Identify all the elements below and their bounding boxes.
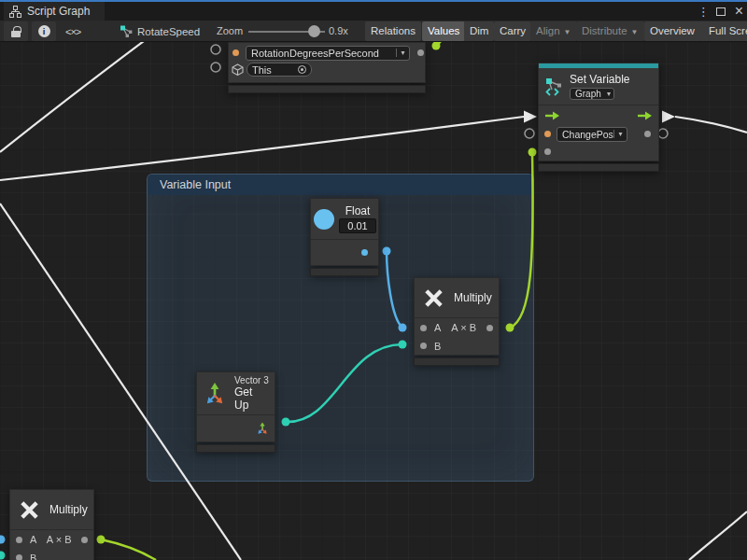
value-wire-green-bottom xyxy=(101,539,156,560)
result-label: A × B xyxy=(451,322,476,333)
variable-name-value: RotationDegreesPerSecond xyxy=(247,48,396,59)
port-ring[interactable] xyxy=(211,45,220,54)
node-footer xyxy=(310,268,379,276)
node-float-literal[interactable]: Float 0.01 xyxy=(310,198,379,276)
node-title: Set Variable xyxy=(570,73,629,86)
values-button[interactable]: Values xyxy=(422,21,465,41)
graph-canvas[interactable]: Variable Input xyxy=(0,42,747,560)
node-footer xyxy=(538,163,659,172)
multiply-icon xyxy=(18,498,41,522)
flow-in-port[interactable] xyxy=(544,111,560,120)
flow-out-port[interactable] xyxy=(637,111,653,120)
node-title: Multiply xyxy=(454,291,492,304)
node-get-up[interactable]: Vector 3 Get Up xyxy=(196,371,275,453)
dropdown-arrow-icon: ▼ xyxy=(564,28,571,36)
flow-arrowhead xyxy=(662,111,675,123)
variable-name-value: ChangePos xyxy=(557,129,613,140)
node-footer xyxy=(196,444,275,453)
distribute-button[interactable]: Distribute▼ xyxy=(576,21,644,41)
close-icon[interactable]: × xyxy=(735,7,743,16)
lock-button[interactable] xyxy=(4,21,28,41)
lock-icon xyxy=(11,31,21,37)
graph-name: RotateSpeed xyxy=(137,26,200,37)
flow-arrowhead xyxy=(524,111,537,123)
tab-script-graph[interactable]: Script Graph xyxy=(4,2,105,21)
node-footer xyxy=(228,85,426,93)
overview-button[interactable]: Overview xyxy=(644,21,700,41)
node-footer xyxy=(414,357,500,366)
scope-select[interactable]: Graph ▾ xyxy=(570,88,614,100)
variable-name-select[interactable]: ChangePos ▾ xyxy=(557,127,627,142)
value-output-port[interactable] xyxy=(361,249,368,256)
value-wire-green-stub xyxy=(436,42,446,46)
dropdown-arrow-icon: ▼ xyxy=(631,28,639,36)
relations-button[interactable]: Relations xyxy=(365,21,421,41)
node-multiply-bottom[interactable]: Multiply A A × B B xyxy=(9,489,94,560)
node-get-variable[interactable]: RotationDegreesPerSecond ▾ This xyxy=(228,42,426,93)
wire-endpoint[interactable] xyxy=(432,42,441,50)
align-label: Align xyxy=(536,25,560,36)
set-variable-icon xyxy=(544,77,563,96)
value-input-port[interactable] xyxy=(544,148,551,155)
dropdown-arrow-icon: ▾ xyxy=(604,90,613,98)
group-header[interactable]: Variable Input xyxy=(148,175,533,195)
align-button[interactable]: Align▼ xyxy=(530,21,577,41)
tab-bar: Script Graph ⋮ × xyxy=(0,2,747,21)
full-screen-button[interactable]: Full Screen xyxy=(698,21,747,41)
port-ring[interactable] xyxy=(658,129,668,138)
dim-button[interactable]: Dim xyxy=(464,21,494,41)
float-value-field[interactable]: 0.01 xyxy=(339,218,376,233)
input-b-label: B xyxy=(30,553,36,560)
port-ring[interactable] xyxy=(525,129,534,138)
maximize-icon[interactable] xyxy=(716,7,726,16)
object-picker-icon[interactable] xyxy=(298,65,306,74)
node-title: Multiply xyxy=(49,503,88,516)
value-output-port[interactable] xyxy=(417,49,424,56)
input-b-port[interactable] xyxy=(420,343,427,349)
node-set-variable[interactable]: Set Variable Graph ▾ ChangePos xyxy=(538,63,659,172)
result-label: A × B xyxy=(47,534,72,545)
input-a-label: A xyxy=(30,534,36,545)
wire-endpoint[interactable] xyxy=(0,536,6,544)
dropdown-arrow-icon: ▾ xyxy=(396,49,409,57)
value-output-port[interactable] xyxy=(644,131,651,137)
target-object-value: This xyxy=(252,64,293,76)
flow-wire-out xyxy=(675,117,747,133)
target-object-field[interactable]: This xyxy=(247,63,312,77)
graph-asset-icon xyxy=(120,25,133,37)
inspector-button[interactable]: i xyxy=(32,21,56,41)
zoom-value: 0.9x xyxy=(329,21,348,42)
dropdown-arrow-icon: ▾ xyxy=(613,130,627,138)
float-type-icon xyxy=(314,209,334,230)
variable-name-port[interactable] xyxy=(233,49,239,56)
input-b-label: B xyxy=(434,341,441,352)
node-title: Float xyxy=(339,204,376,217)
input-a-port[interactable] xyxy=(420,325,427,331)
distribute-label: Distribute xyxy=(582,25,627,36)
flow-wire xyxy=(0,42,148,152)
info-icon: i xyxy=(38,25,50,37)
result-output-port[interactable] xyxy=(486,325,493,331)
input-b-port[interactable] xyxy=(16,554,22,560)
variable-name-port[interactable] xyxy=(544,131,551,137)
zoom-slider-handle[interactable] xyxy=(308,25,320,37)
wire-endpoint[interactable] xyxy=(97,536,106,544)
input-a-port[interactable] xyxy=(16,537,22,543)
node-multiply[interactable]: Multiply A A × B B xyxy=(414,277,500,366)
result-output-port[interactable] xyxy=(81,537,88,543)
tab-title: Script Graph xyxy=(27,5,90,18)
graph-breadcrumb[interactable]: RotateSpeed xyxy=(120,21,200,42)
wire-endpoint[interactable] xyxy=(529,148,537,157)
multiply-icon xyxy=(422,287,445,310)
code-view-button[interactable]: <×> xyxy=(62,21,84,41)
cube-icon xyxy=(232,63,244,76)
wire-endpoint[interactable] xyxy=(0,552,6,560)
menu-kebab-icon[interactable]: ⋮ xyxy=(698,5,707,19)
vector3-output-port[interactable] xyxy=(256,422,269,435)
carry-button[interactable]: Carry xyxy=(494,21,531,41)
flow-wire-bottom-right xyxy=(689,511,747,560)
node-title: Get Up xyxy=(234,385,269,412)
flow-wire-to-set-variable xyxy=(0,117,524,180)
variable-name-select[interactable]: RotationDegreesPerSecond ▾ xyxy=(246,46,410,61)
port-ring[interactable] xyxy=(211,63,220,72)
